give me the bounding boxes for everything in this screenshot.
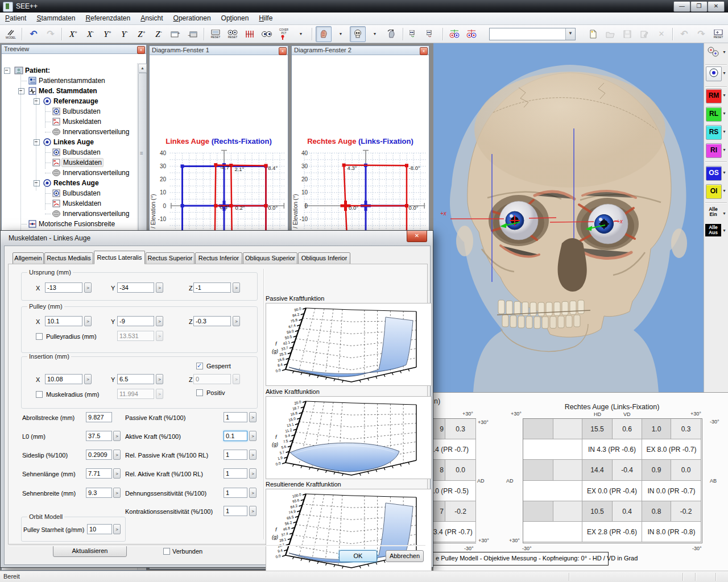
positiv-checkbox[interactable] (196, 389, 203, 396)
rectus-superior-button[interactable]: RS (706, 125, 722, 140)
verbunden-checkbox[interactable] (163, 548, 170, 555)
treeview-close-icon[interactable]: x (137, 46, 145, 54)
rel-aktive-kraft-100-rl-field[interactable] (224, 468, 247, 479)
skull-display-dropdown-icon[interactable]: ▼ (367, 26, 383, 42)
pulley-z-spin[interactable]: > (233, 316, 240, 326)
rel-passive-kraft-100-rl-spin[interactable]: > (249, 450, 257, 460)
rectus-inferior-button-dropdown-icon[interactable]: ▼ (721, 143, 727, 157)
kontraktionssensitivit-t-100-field[interactable] (224, 506, 247, 516)
aktive-kraft-100-spin[interactable]: > (249, 431, 257, 441)
sehnenl-nge-mm-spin[interactable]: > (113, 468, 121, 479)
alle-aus-button-dropdown-icon[interactable]: ▼ (721, 224, 727, 238)
tree-item-innervationsverteilung[interactable]: Innervationsverteilung (2, 209, 146, 219)
tree-item-muskeldaten[interactable]: Muskeldaten (2, 198, 146, 209)
passive-kraft-100-field[interactable] (224, 412, 247, 422)
sideslip-100-spin[interactable]: > (113, 450, 121, 460)
scenario-combobox[interactable]: ▼ (489, 26, 576, 42)
dialog-close-button[interactable]: ✕ (407, 231, 427, 242)
obliquus-inferior-button[interactable]: OI (706, 184, 722, 199)
l0-mm-spin[interactable]: > (113, 431, 121, 441)
rectus-inferior-button[interactable]: RI (706, 143, 722, 158)
tab-allgemein[interactable]: Allgemein (13, 252, 44, 264)
rel-aktive-kraft-100-rl-spin[interactable]: > (249, 468, 257, 479)
stereo-view-button-1[interactable] (446, 26, 462, 42)
sideslip-100-field[interactable] (86, 450, 112, 460)
head-display-button[interactable] (316, 26, 332, 42)
diagram-window-1-close-icon[interactable]: x (279, 47, 287, 55)
pulley-y-spin[interactable]: > (156, 316, 163, 326)
close-button[interactable]: ✕ (708, 1, 725, 12)
pulley-x-field[interactable] (45, 316, 82, 326)
reset-eyes-button[interactable]: RESET (225, 26, 241, 42)
save-button[interactable] (619, 26, 635, 42)
gesperrt-checkbox[interactable] (196, 363, 203, 369)
rectus-lateralis-button-dropdown-icon[interactable]: ▼ (721, 107, 727, 120)
ursprung-x-field[interactable] (45, 282, 82, 293)
dehnungssensitivit-t-100-field[interactable] (224, 488, 247, 498)
tab-rectus-lateralis[interactable]: Rectus Lateralis (94, 251, 145, 264)
both-eyes-config-button[interactable] (706, 45, 721, 59)
ursprung-y-field[interactable] (117, 282, 154, 293)
edit-button[interactable] (636, 26, 652, 42)
menu-optionen[interactable]: Optionen (216, 13, 254, 24)
model-button[interactable]: MODEL (3, 26, 19, 42)
alle-ein-button[interactable]: AlleEin (705, 207, 721, 217)
tab-rectus-medialis[interactable]: Rectus Medialis (44, 252, 93, 264)
pulley-y-field[interactable] (117, 316, 154, 326)
passive-kraft-100-spin[interactable]: > (249, 412, 257, 422)
tree-item-referenzauge[interactable]: Referenzauge (2, 96, 146, 106)
eye-display-button-dropdown-icon[interactable]: ▼ (721, 66, 727, 80)
head-display-dropdown-icon[interactable]: ▼ (333, 26, 349, 42)
eye-display-button[interactable] (706, 66, 722, 81)
tab-rectus-superior[interactable]: Rectus Superior (146, 252, 195, 264)
scenario-combobox-field[interactable]: ▼ (489, 28, 576, 40)
insertion-x-field[interactable] (45, 374, 82, 384)
insertion-y-field[interactable] (117, 374, 154, 384)
menu-patient[interactable]: Patient (0, 13, 31, 24)
ursprung-z-field[interactable] (193, 282, 231, 293)
rotate-x-minus-button[interactable]: X- (82, 26, 98, 42)
new-button[interactable] (585, 26, 601, 42)
restore-button[interactable]: ❐ (690, 1, 708, 12)
tree-item-bulbusdaten[interactable]: Bulbusdaten (2, 147, 146, 157)
head-rotation-button[interactable] (384, 26, 400, 42)
eye-pair-display-button[interactable] (259, 26, 275, 42)
ursprung-y-spin[interactable]: > (156, 282, 163, 293)
both-eyes-config-button-dropdown-icon[interactable]: ▼ (721, 45, 727, 59)
minimize-button[interactable]: — (673, 1, 690, 12)
tree-item-muskeldaten[interactable]: Muskeldaten (2, 157, 146, 168)
pulley-z-field[interactable] (193, 316, 231, 326)
tree-item-rechtes-auge[interactable]: Rechtes Auge (2, 178, 146, 188)
alle-aus-button[interactable]: AlleAus (705, 224, 721, 236)
rotate-y-minus-button[interactable]: Y- (117, 26, 133, 42)
menu-ansicht[interactable]: Ansicht (135, 13, 168, 24)
view-layout-button-1[interactable] (407, 26, 423, 42)
redo-button[interactable]: ↷ (43, 26, 59, 42)
aktive-kraft-100-field[interactable] (224, 431, 247, 441)
aktualisieren-button[interactable]: Aktualisieren (53, 545, 127, 557)
tree-item-bulbusdaten[interactable]: Bulbusdaten (2, 106, 146, 117)
3d-view[interactable]: +x +x (433, 43, 704, 392)
open-button[interactable] (602, 26, 618, 42)
rectus-medialis-button[interactable]: RM (706, 89, 722, 103)
insertion-y-spin[interactable]: > (156, 374, 163, 384)
rotate-z-minus-button[interactable]: Z- (151, 26, 167, 42)
diagram-window-2-close-icon[interactable]: x (420, 47, 428, 55)
dehnungssensitivit-t-100-spin[interactable]: > (249, 488, 257, 498)
tree-item-med-stammdaten[interactable]: Med. Stammdaten (2, 86, 146, 96)
menu-operationen[interactable]: Operationen (168, 13, 216, 24)
rectus-medialis-button-dropdown-icon[interactable]: ▼ (721, 89, 727, 102)
rotate-y-plus-button[interactable]: Y+ (100, 26, 115, 42)
reset-camera-button[interactable]: RESET (208, 26, 224, 42)
delete-button[interactable]: ✕ (653, 26, 669, 42)
cover-test-button[interactable]: COVERPCT (276, 26, 292, 42)
tree-item-innervationsverteilung[interactable]: Innervationsverteilung (2, 127, 146, 137)
muscle-force-display-button[interactable] (242, 26, 258, 42)
kontraktionssensitivit-t-100-spin[interactable]: > (249, 506, 257, 516)
muskelradius-checkbox[interactable] (36, 391, 43, 398)
combobox-dropdown-icon[interactable]: ▼ (565, 28, 575, 40)
tree-item-patient[interactable]: Patient: (2, 65, 146, 76)
pulley-starrheit-field[interactable] (87, 524, 112, 534)
menu-referenzdaten[interactable]: Referenzdaten (80, 13, 135, 24)
pulleyradius-checkbox[interactable] (36, 333, 43, 340)
